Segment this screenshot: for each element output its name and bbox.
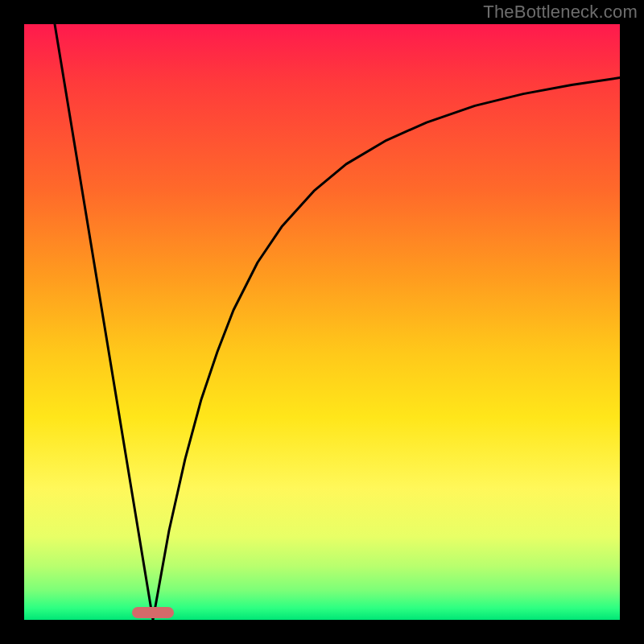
watermark-text: TheBottleneck.com: [483, 2, 638, 23]
optimal-marker: [132, 607, 174, 618]
bottleneck-curve: [55, 24, 620, 620]
curve-layer: [24, 24, 620, 620]
chart-stage: TheBottleneck.com: [0, 0, 644, 644]
gradient-plot-area: [24, 24, 620, 620]
